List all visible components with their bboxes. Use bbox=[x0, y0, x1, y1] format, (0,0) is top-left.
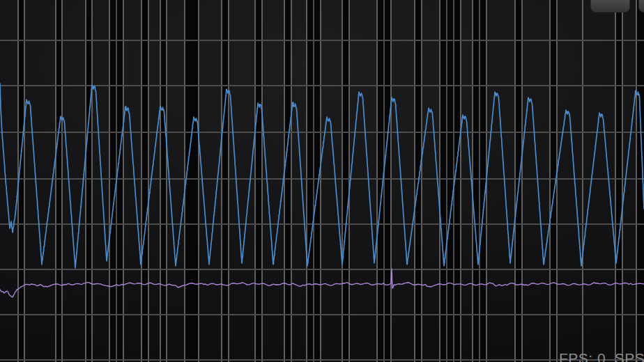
secondary-signal-path bbox=[0, 269, 644, 297]
waveform-plot bbox=[0, 0, 644, 362]
top-right-corner-button[interactable] bbox=[638, 0, 644, 13]
fps-sps-readout: FPS: 0 SPS bbox=[559, 350, 644, 362]
primary-pulse-wave-path bbox=[0, 84, 644, 268]
top-right-button[interactable] bbox=[590, 0, 630, 13]
oscilloscope-screen: FPS: 0 SPS bbox=[0, 0, 644, 362]
